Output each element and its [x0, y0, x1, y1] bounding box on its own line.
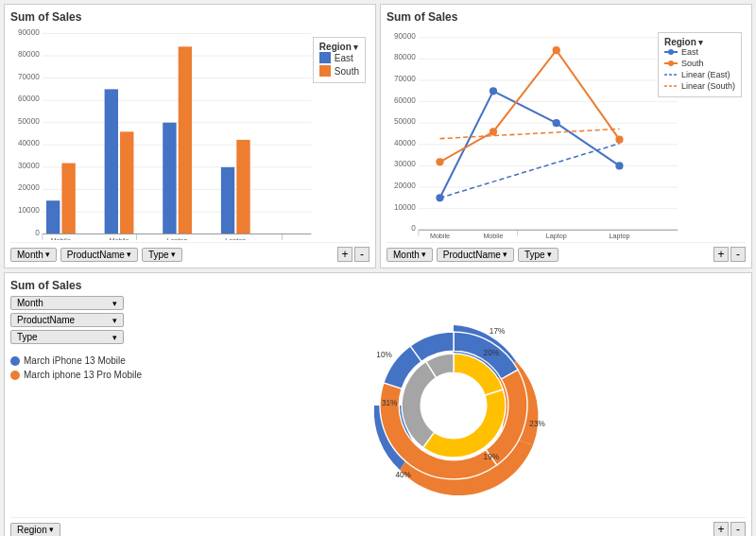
svg-point-91 [668, 49, 674, 55]
panel1-remove-btn[interactable]: - [354, 247, 369, 262]
month-filter-btn-2[interactable]: Month [387, 248, 433, 262]
svg-text:Mobile: Mobile [430, 233, 450, 240]
svg-rect-22 [105, 89, 118, 233]
svg-text:50000: 50000 [394, 117, 416, 126]
svg-point-69 [436, 158, 443, 165]
svg-text:30000: 30000 [18, 161, 40, 170]
svg-text:40%: 40% [395, 471, 411, 479]
panel1-title: Sum of Sales [10, 10, 369, 24]
svg-rect-23 [120, 131, 133, 233]
svg-text:60000: 60000 [18, 94, 40, 103]
svg-text:80000: 80000 [18, 49, 40, 59]
donut-panel-inner: Month ProductName Type March iPhone 13 M… [10, 296, 746, 515]
svg-text:10%: 10% [376, 351, 392, 359]
east-swatch [319, 52, 331, 63]
svg-rect-27 [236, 140, 249, 234]
svg-text:30000: 30000 [394, 160, 416, 168]
svg-text:Laptop: Laptop [225, 236, 246, 240]
svg-text:10000: 10000 [18, 205, 40, 215]
svg-text:90000: 90000 [18, 27, 40, 37]
type-filter-btn-2[interactable]: Type [518, 248, 558, 262]
month-filter-btn-3[interactable]: Month [10, 296, 124, 310]
svg-text:Laptop: Laptop [610, 233, 630, 240]
svg-point-72 [615, 136, 623, 144]
type-filter-btn-3[interactable]: Type [10, 330, 124, 344]
type-filter-btn-1[interactable]: Type [142, 248, 182, 262]
svg-point-103 [421, 373, 486, 438]
svg-text:70000: 70000 [18, 71, 40, 80]
svg-point-71 [553, 46, 560, 54]
region-filter-btn[interactable]: Region [10, 523, 60, 537]
donut-dot-1 [10, 356, 20, 366]
panel3-add-remove: + - [713, 522, 746, 536]
productname-filter-btn-2[interactable]: ProductName [437, 248, 514, 262]
month-filter-btn-1[interactable]: Month [10, 248, 57, 262]
svg-point-68 [615, 162, 623, 169]
donut-dot-2 [10, 371, 20, 380]
svg-text:Mobile: Mobile [483, 233, 503, 240]
panel3-remove-btn[interactable]: - [730, 522, 746, 536]
svg-text:Laptop: Laptop [167, 236, 188, 240]
panel3-add-btn[interactable]: + [713, 522, 729, 536]
svg-text:17%: 17% [490, 327, 506, 336]
panel2-remove-btn[interactable]: - [730, 247, 746, 262]
productname-filter-btn-1[interactable]: ProductName [60, 248, 138, 262]
panel3-footer: Region + - [10, 517, 746, 536]
svg-point-70 [490, 128, 497, 135]
line-legend-south: South [664, 59, 735, 68]
bar-chart-panel: Sum of Sales 0 10000 20000 30000 40000 5… [4, 4, 376, 268]
donut-chart-graphic: 17%23%40%10%20%19%31% [312, 302, 595, 510]
panel3-title: Sum of Sales [10, 279, 746, 292]
svg-point-93 [668, 61, 674, 66]
svg-text:23%: 23% [529, 420, 545, 428]
south-swatch [319, 65, 331, 77]
panel2-footer: Month ProductName Type + - [387, 242, 746, 262]
svg-text:20%: 20% [484, 349, 500, 357]
line-chart-legend: Region ▾ East South Linear (East) [658, 32, 742, 97]
svg-point-66 [490, 87, 497, 95]
svg-text:70000: 70000 [394, 75, 416, 83]
svg-text:40000: 40000 [394, 139, 416, 147]
donut-chart-panel: Sum of Sales Month ProductName Type Marc… [4, 272, 752, 536]
svg-text:31%: 31% [382, 399, 398, 407]
svg-line-74 [439, 129, 619, 138]
svg-text:90000: 90000 [394, 32, 416, 41]
svg-text:60000: 60000 [394, 96, 416, 105]
panel1-add-btn[interactable]: + [337, 247, 352, 262]
line-legend-linear-east: Linear (East) [664, 70, 735, 79]
line-legend-title: Region ▾ [664, 37, 735, 47]
svg-rect-25 [179, 46, 192, 233]
donut-filter-stack: Month ProductName Type [10, 296, 154, 344]
panel1-footer: Month ProductName Type + - [10, 242, 369, 262]
svg-line-73 [439, 144, 619, 199]
panel2-add-btn[interactable]: + [713, 247, 729, 262]
donut-legend-item-1: March iPhone 13 Mobile [10, 355, 154, 366]
donut-legend: March iPhone 13 Mobile March iphone 13 P… [10, 355, 154, 384]
bar-chart-area: 0 10000 20000 30000 40000 50000 60000 70… [10, 27, 369, 240]
svg-rect-24 [163, 123, 176, 234]
panel2-add-remove: + - [713, 247, 746, 262]
svg-text:Mobile: Mobile [51, 236, 71, 240]
svg-text:19%: 19% [484, 453, 500, 461]
svg-point-67 [553, 119, 560, 127]
svg-rect-21 [61, 164, 75, 234]
svg-rect-20 [46, 200, 60, 233]
line-chart-area: 0 10000 20000 30000 40000 50000 60000 70… [387, 27, 746, 240]
panel1-add-remove: + - [337, 247, 369, 262]
svg-text:40000: 40000 [18, 138, 40, 147]
productname-filter-btn-3[interactable]: ProductName [10, 313, 124, 327]
svg-text:Laptop: Laptop [546, 233, 567, 240]
donut-chart-area: 17%23%40%10%20%19%31% (function() { cons… [162, 296, 746, 515]
dashboard: Sum of Sales 0 10000 20000 30000 40000 5… [0, 0, 756, 536]
svg-text:50000: 50000 [18, 116, 40, 126]
line-legend-east: East [664, 47, 735, 57]
bar-legend-east: East [319, 52, 359, 63]
line-legend-linear-south: Linear (South) [664, 81, 735, 91]
svg-text:80000: 80000 [394, 53, 416, 61]
panel2-title: Sum of Sales [387, 10, 746, 24]
bar-chart-legend: Region ▾ East South [313, 37, 366, 83]
svg-text:Mobile: Mobile [109, 236, 129, 240]
line-chart-panel: Sum of Sales 0 10000 20000 30000 40000 5… [380, 4, 752, 268]
donut-legend-item-2: March iphone 13 Pro Mobile [10, 370, 154, 380]
svg-text:20000: 20000 [394, 182, 416, 190]
